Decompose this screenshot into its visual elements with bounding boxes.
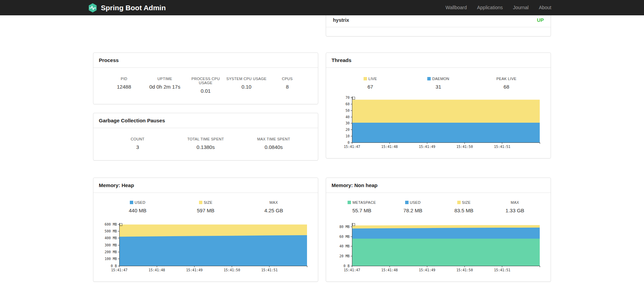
svg-text:15:41:50: 15:41:50 — [457, 145, 473, 149]
svg-text:15:41:48: 15:41:48 — [381, 145, 398, 149]
svg-text:600 MB: 600 MB — [105, 223, 117, 226]
legend-label-text: PEAK LIVE — [496, 77, 517, 81]
nav-link[interactable]: Wallboard — [440, 0, 472, 15]
heap-chart: 0 B100 MB200 MB300 MB400 MB500 MB600 MB1… — [102, 221, 309, 274]
legend-label-text: MAX — [270, 200, 278, 204]
metric: TOTAL TIME SPENT 0.1380s — [172, 137, 240, 150]
right-column: Threads LIVE 67 — [326, 52, 551, 161]
legend-color-swatch — [348, 201, 351, 204]
svg-text:15:41:47: 15:41:47 — [344, 268, 360, 272]
svg-text:50: 50 — [346, 109, 350, 112]
top-row: Process PID 12488 UPTIME 0d 0h 2m 17s — [93, 52, 551, 161]
legend-value: 78.2 MB — [387, 208, 439, 213]
application-row[interactable]: hystrix UP — [326, 13, 551, 27]
legend-label-text: MAX — [511, 200, 519, 204]
process-panel-title: Process — [93, 53, 318, 68]
metric: COUNT 3 — [104, 137, 172, 150]
legend-color-swatch — [364, 77, 367, 80]
nonheap-legend: METASPACE 55.7 MB USED 78.2 MB — [326, 193, 551, 213]
legend-value: 31 — [404, 84, 473, 90]
gc-panel-title: Garbage Collection Pauses — [93, 113, 318, 128]
heap-column: Memory: Heap USED 440 MB — [93, 178, 318, 282]
nav-link[interactable]: Journal — [508, 0, 534, 15]
legend-label-text: SIZE — [462, 200, 471, 204]
threads-panel: Threads LIVE 67 — [326, 52, 551, 158]
legend-label-text: SIZE — [204, 200, 213, 204]
legend-item: PEAK LIVE 68 — [472, 77, 540, 90]
process-panel: Process PID 12488 UPTIME 0d 0h 2m 17s — [93, 52, 318, 104]
svg-text:60: 60 — [346, 102, 350, 106]
metric-value: 0.0840s — [240, 144, 308, 150]
metric-value: 0.1380s — [172, 144, 240, 150]
legend-value: 1.33 GB — [489, 208, 540, 213]
metric: CPUS 8 — [267, 77, 308, 94]
navbar: Spring Boot Admin Wallboard Applications… — [0, 0, 644, 15]
svg-text:15:41:51: 15:41:51 — [261, 268, 278, 272]
svg-text:15:41:50: 15:41:50 — [224, 268, 240, 272]
metric: PROCESS CPU USAGE 0.01 — [185, 77, 226, 94]
svg-text:15:41:47: 15:41:47 — [344, 145, 360, 149]
navbar-inner: Spring Boot Admin Wallboard Applications… — [88, 0, 556, 15]
metric-label: TOTAL TIME SPENT — [172, 137, 240, 141]
svg-text:500 MB: 500 MB — [105, 229, 117, 233]
legend-value: 83.5 MB — [439, 208, 490, 213]
metric: UPTIME 0d 0h 2m 17s — [144, 77, 185, 94]
svg-text:30: 30 — [346, 121, 350, 125]
svg-text:0 B: 0 B — [111, 264, 117, 268]
gc-pauses-panel: Garbage Collection Pauses COUNT 3 TOTAL … — [93, 113, 318, 161]
nav-link[interactable]: About — [534, 0, 556, 15]
legend-item: USED 78.2 MB — [387, 200, 439, 213]
brand[interactable]: Spring Boot Admin — [88, 3, 166, 13]
legend-item: SIZE 83.5 MB — [439, 200, 490, 213]
legend-label: USED — [387, 200, 439, 204]
svg-text:20: 20 — [346, 128, 350, 132]
legend-color-swatch — [130, 201, 133, 204]
metric-label: COUNT — [104, 137, 172, 141]
legend-label: METASPACE — [336, 200, 387, 204]
legend-label: MAX — [240, 200, 308, 204]
memory-nonheap-panel: Memory: Non heap METASPACE 55.7 MB — [326, 178, 551, 282]
svg-text:300 MB: 300 MB — [105, 243, 117, 247]
applications-list: hystrix UP — [326, 13, 551, 27]
metric-value: 0d 0h 2m 17s — [144, 84, 185, 90]
svg-text:60 MB: 60 MB — [339, 235, 350, 239]
main-container: hystrix UP Process PID 12488 — [93, 15, 551, 282]
metric-label: MAX TIME SPENT — [240, 137, 308, 141]
spring-boot-admin-logo-icon — [88, 3, 98, 13]
legend-item: DAEMON 31 — [404, 77, 473, 90]
legend-color-swatch — [199, 201, 202, 204]
svg-text:15:41:49: 15:41:49 — [419, 268, 435, 272]
metric-value: 3 — [104, 144, 172, 150]
svg-text:15:41:47: 15:41:47 — [111, 268, 127, 272]
metric-value: 8 — [267, 84, 308, 90]
nav-link[interactable]: Applications — [472, 0, 508, 15]
page: Spring Boot Admin Wallboard Applications… — [0, 0, 644, 304]
svg-text:10: 10 — [346, 134, 350, 138]
metric-label: PID — [104, 77, 144, 81]
svg-text:400 MB: 400 MB — [105, 236, 117, 240]
left-column: Process PID 12488 UPTIME 0d 0h 2m 17s — [93, 52, 318, 161]
svg-text:80 MB: 80 MB — [339, 225, 350, 229]
svg-text:15:41:51: 15:41:51 — [494, 145, 510, 149]
svg-text:15:41:50: 15:41:50 — [457, 268, 473, 272]
brand-title: Spring Boot Admin — [101, 4, 166, 12]
legend-label-text: METASPACE — [352, 200, 376, 204]
nonheap-column: Memory: Non heap METASPACE 55.7 MB — [326, 178, 551, 282]
application-status-badge: UP — [537, 17, 544, 23]
metric-label: CPUS — [267, 77, 308, 81]
nonheap-chart: 0 B20 MB40 MB60 MB80 MB15:41:4715:41:481… — [335, 221, 542, 274]
svg-text:15:41:48: 15:41:48 — [381, 268, 398, 272]
metric-value: 0.10 — [226, 84, 267, 90]
memory-heap-panel: Memory: Heap USED 440 MB — [93, 178, 318, 282]
metric: PID 12488 — [104, 77, 144, 94]
svg-text:15:41:49: 15:41:49 — [186, 268, 202, 272]
svg-text:40: 40 — [346, 115, 350, 119]
legend-value: 440 MB — [104, 208, 172, 213]
svg-text:15:41:48: 15:41:48 — [149, 268, 165, 272]
threads-chart: 01020304050607015:41:4715:41:4815:41:491… — [335, 94, 542, 151]
legend-label: SIZE — [172, 200, 240, 204]
legend-item: MAX 4.25 GB — [240, 200, 308, 213]
metric: SYSTEM CPU USAGE 0.10 — [226, 77, 267, 94]
legend-item: LIVE 67 — [336, 77, 404, 90]
svg-text:100 MB: 100 MB — [105, 257, 117, 261]
